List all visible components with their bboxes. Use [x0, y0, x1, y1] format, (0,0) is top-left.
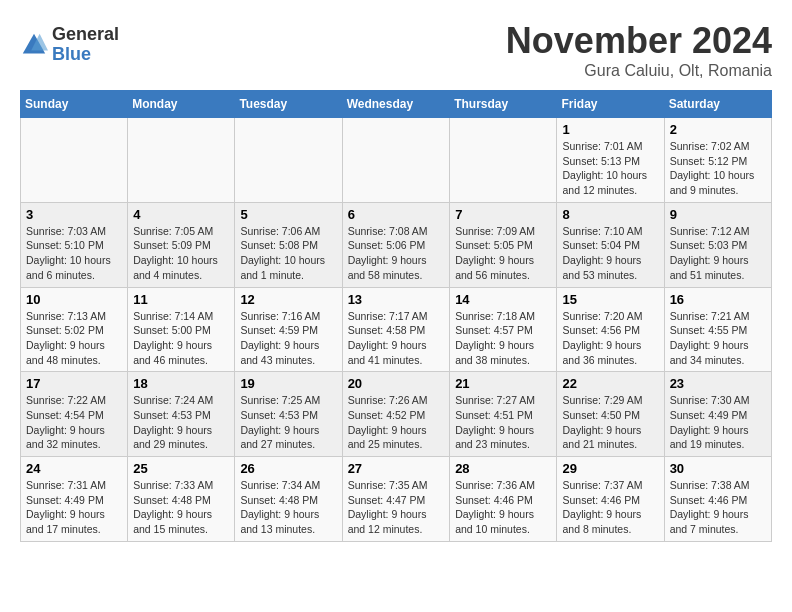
day-number: 27 — [348, 461, 445, 476]
day-info: Sunrise: 7:25 AMSunset: 4:53 PMDaylight:… — [240, 393, 336, 452]
calendar-cell — [450, 118, 557, 203]
day-number: 11 — [133, 292, 229, 307]
calendar-cell: 26Sunrise: 7:34 AMSunset: 4:48 PMDayligh… — [235, 457, 342, 542]
header-friday: Friday — [557, 91, 664, 118]
day-number: 2 — [670, 122, 766, 137]
calendar-cell: 12Sunrise: 7:16 AMSunset: 4:59 PMDayligh… — [235, 287, 342, 372]
day-info: Sunrise: 7:14 AMSunset: 5:00 PMDaylight:… — [133, 309, 229, 368]
calendar-cell: 10Sunrise: 7:13 AMSunset: 5:02 PMDayligh… — [21, 287, 128, 372]
day-number: 22 — [562, 376, 658, 391]
day-number: 3 — [26, 207, 122, 222]
calendar-row-2: 10Sunrise: 7:13 AMSunset: 5:02 PMDayligh… — [21, 287, 772, 372]
calendar-row-1: 3Sunrise: 7:03 AMSunset: 5:10 PMDaylight… — [21, 202, 772, 287]
day-info: Sunrise: 7:36 AMSunset: 4:46 PMDaylight:… — [455, 478, 551, 537]
header-saturday: Saturday — [664, 91, 771, 118]
day-info: Sunrise: 7:30 AMSunset: 4:49 PMDaylight:… — [670, 393, 766, 452]
header-monday: Monday — [128, 91, 235, 118]
day-number: 24 — [26, 461, 122, 476]
day-info: Sunrise: 7:08 AMSunset: 5:06 PMDaylight:… — [348, 224, 445, 283]
day-number: 5 — [240, 207, 336, 222]
header-row: SundayMondayTuesdayWednesdayThursdayFrid… — [21, 91, 772, 118]
calendar-cell: 2Sunrise: 7:02 AMSunset: 5:12 PMDaylight… — [664, 118, 771, 203]
calendar-cell: 27Sunrise: 7:35 AMSunset: 4:47 PMDayligh… — [342, 457, 450, 542]
day-number: 16 — [670, 292, 766, 307]
day-number: 18 — [133, 376, 229, 391]
day-number: 25 — [133, 461, 229, 476]
day-number: 1 — [562, 122, 658, 137]
calendar-cell: 1Sunrise: 7:01 AMSunset: 5:13 PMDaylight… — [557, 118, 664, 203]
header-sunday: Sunday — [21, 91, 128, 118]
calendar-cell: 18Sunrise: 7:24 AMSunset: 4:53 PMDayligh… — [128, 372, 235, 457]
day-info: Sunrise: 7:09 AMSunset: 5:05 PMDaylight:… — [455, 224, 551, 283]
calendar-cell: 22Sunrise: 7:29 AMSunset: 4:50 PMDayligh… — [557, 372, 664, 457]
day-info: Sunrise: 7:24 AMSunset: 4:53 PMDaylight:… — [133, 393, 229, 452]
logo-icon — [20, 31, 48, 59]
calendar-cell: 5Sunrise: 7:06 AMSunset: 5:08 PMDaylight… — [235, 202, 342, 287]
day-info: Sunrise: 7:17 AMSunset: 4:58 PMDaylight:… — [348, 309, 445, 368]
day-number: 15 — [562, 292, 658, 307]
calendar-cell: 23Sunrise: 7:30 AMSunset: 4:49 PMDayligh… — [664, 372, 771, 457]
calendar-table: SundayMondayTuesdayWednesdayThursdayFrid… — [20, 90, 772, 542]
calendar-cell: 29Sunrise: 7:37 AMSunset: 4:46 PMDayligh… — [557, 457, 664, 542]
day-info: Sunrise: 7:29 AMSunset: 4:50 PMDaylight:… — [562, 393, 658, 452]
calendar-cell: 16Sunrise: 7:21 AMSunset: 4:55 PMDayligh… — [664, 287, 771, 372]
calendar-cell: 25Sunrise: 7:33 AMSunset: 4:48 PMDayligh… — [128, 457, 235, 542]
day-number: 14 — [455, 292, 551, 307]
day-number: 17 — [26, 376, 122, 391]
calendar-cell: 28Sunrise: 7:36 AMSunset: 4:46 PMDayligh… — [450, 457, 557, 542]
calendar-cell: 14Sunrise: 7:18 AMSunset: 4:57 PMDayligh… — [450, 287, 557, 372]
calendar-cell — [128, 118, 235, 203]
day-info: Sunrise: 7:16 AMSunset: 4:59 PMDaylight:… — [240, 309, 336, 368]
day-info: Sunrise: 7:02 AMSunset: 5:12 PMDaylight:… — [670, 139, 766, 198]
day-info: Sunrise: 7:31 AMSunset: 4:49 PMDaylight:… — [26, 478, 122, 537]
calendar-cell: 6Sunrise: 7:08 AMSunset: 5:06 PMDaylight… — [342, 202, 450, 287]
day-number: 21 — [455, 376, 551, 391]
logo-blue-text: Blue — [52, 45, 119, 65]
calendar-cell — [342, 118, 450, 203]
day-number: 12 — [240, 292, 336, 307]
day-info: Sunrise: 7:34 AMSunset: 4:48 PMDaylight:… — [240, 478, 336, 537]
calendar-cell: 17Sunrise: 7:22 AMSunset: 4:54 PMDayligh… — [21, 372, 128, 457]
day-number: 19 — [240, 376, 336, 391]
calendar-cell: 24Sunrise: 7:31 AMSunset: 4:49 PMDayligh… — [21, 457, 128, 542]
day-info: Sunrise: 7:27 AMSunset: 4:51 PMDaylight:… — [455, 393, 551, 452]
day-info: Sunrise: 7:13 AMSunset: 5:02 PMDaylight:… — [26, 309, 122, 368]
calendar-cell: 8Sunrise: 7:10 AMSunset: 5:04 PMDaylight… — [557, 202, 664, 287]
day-info: Sunrise: 7:01 AMSunset: 5:13 PMDaylight:… — [562, 139, 658, 198]
calendar-cell: 7Sunrise: 7:09 AMSunset: 5:05 PMDaylight… — [450, 202, 557, 287]
day-number: 20 — [348, 376, 445, 391]
calendar-cell: 4Sunrise: 7:05 AMSunset: 5:09 PMDaylight… — [128, 202, 235, 287]
day-number: 13 — [348, 292, 445, 307]
day-info: Sunrise: 7:20 AMSunset: 4:56 PMDaylight:… — [562, 309, 658, 368]
day-info: Sunrise: 7:33 AMSunset: 4:48 PMDaylight:… — [133, 478, 229, 537]
day-number: 6 — [348, 207, 445, 222]
day-number: 9 — [670, 207, 766, 222]
day-info: Sunrise: 7:06 AMSunset: 5:08 PMDaylight:… — [240, 224, 336, 283]
day-number: 23 — [670, 376, 766, 391]
day-info: Sunrise: 7:05 AMSunset: 5:09 PMDaylight:… — [133, 224, 229, 283]
calendar-cell: 15Sunrise: 7:20 AMSunset: 4:56 PMDayligh… — [557, 287, 664, 372]
calendar-row-3: 17Sunrise: 7:22 AMSunset: 4:54 PMDayligh… — [21, 372, 772, 457]
header-wednesday: Wednesday — [342, 91, 450, 118]
day-number: 29 — [562, 461, 658, 476]
title-area: November 2024 Gura Caluiu, Olt, Romania — [506, 20, 772, 80]
day-info: Sunrise: 7:10 AMSunset: 5:04 PMDaylight:… — [562, 224, 658, 283]
calendar-cell: 13Sunrise: 7:17 AMSunset: 4:58 PMDayligh… — [342, 287, 450, 372]
day-info: Sunrise: 7:37 AMSunset: 4:46 PMDaylight:… — [562, 478, 658, 537]
calendar-cell: 21Sunrise: 7:27 AMSunset: 4:51 PMDayligh… — [450, 372, 557, 457]
calendar-title: November 2024 — [506, 20, 772, 62]
day-number: 30 — [670, 461, 766, 476]
day-number: 26 — [240, 461, 336, 476]
day-number: 4 — [133, 207, 229, 222]
calendar-cell: 20Sunrise: 7:26 AMSunset: 4:52 PMDayligh… — [342, 372, 450, 457]
calendar-cell — [235, 118, 342, 203]
day-info: Sunrise: 7:18 AMSunset: 4:57 PMDaylight:… — [455, 309, 551, 368]
day-info: Sunrise: 7:22 AMSunset: 4:54 PMDaylight:… — [26, 393, 122, 452]
day-number: 10 — [26, 292, 122, 307]
calendar-cell — [21, 118, 128, 203]
calendar-row-4: 24Sunrise: 7:31 AMSunset: 4:49 PMDayligh… — [21, 457, 772, 542]
day-info: Sunrise: 7:38 AMSunset: 4:46 PMDaylight:… — [670, 478, 766, 537]
calendar-cell: 30Sunrise: 7:38 AMSunset: 4:46 PMDayligh… — [664, 457, 771, 542]
header-thursday: Thursday — [450, 91, 557, 118]
day-info: Sunrise: 7:12 AMSunset: 5:03 PMDaylight:… — [670, 224, 766, 283]
